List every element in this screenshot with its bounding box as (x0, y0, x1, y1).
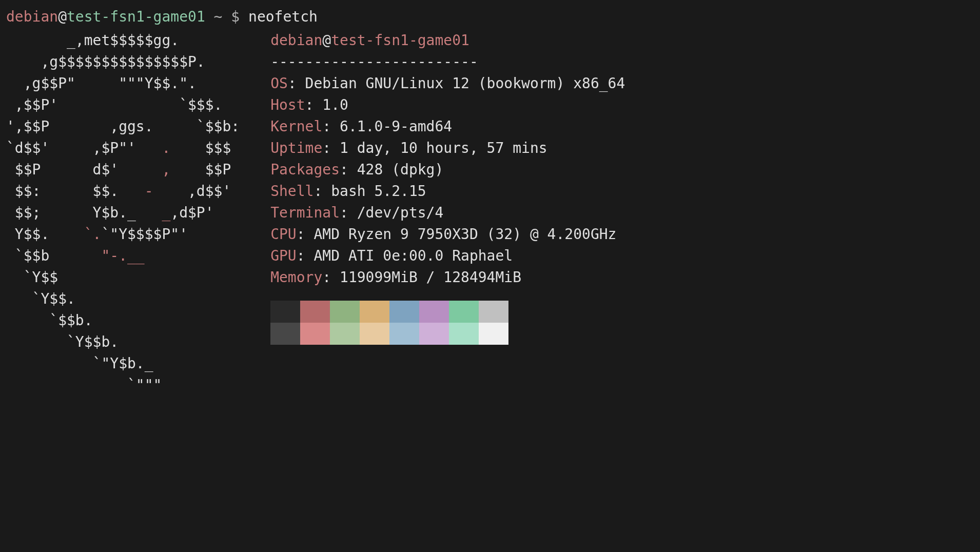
prompt-path: ~ (214, 8, 223, 25)
color-swatch (270, 323, 300, 345)
info-cpu: CPU: AMD Ryzen 9 7950X3D (32) @ 4.200GHz (270, 224, 625, 245)
shell-prompt-line[interactable]: debian@test-fsn1-game01 ~ $ neofetch (6, 6, 974, 28)
color-swatch (360, 301, 389, 323)
color-swatch (300, 323, 330, 345)
info-gpu: GPU: AMD ATI 0e:00.0 Raphael (270, 245, 625, 267)
info-header: debian@test-fsn1-game01 (270, 30, 625, 51)
info-memory: Memory: 119099MiB / 128494MiB (270, 267, 625, 288)
ascii-logo: _,met$$$$$gg. ,g$$$$$$$$$$$$$$$P. ,g$$P"… (6, 30, 240, 396)
prompt-symbol: $ (231, 8, 240, 25)
info-terminal: Terminal: /dev/pts/4 (270, 202, 625, 224)
color-swatch (419, 323, 449, 345)
prompt-command: neofetch (248, 8, 318, 25)
info-user: debian (270, 32, 322, 49)
prompt-host: test-fsn1-game01 (67, 8, 205, 25)
color-row-light (270, 323, 625, 345)
prompt-at: @ (58, 8, 67, 25)
color-swatch (270, 301, 300, 323)
color-swatch (360, 323, 389, 345)
info-shell: Shell: bash 5.2.15 (270, 181, 625, 202)
info-host-row: Host: 1.0 (270, 94, 625, 116)
color-swatch (300, 301, 330, 323)
system-info: debian@test-fsn1-game01 ----------------… (270, 30, 625, 345)
color-palette (270, 301, 625, 345)
color-swatch (449, 301, 479, 323)
color-swatch (479, 301, 508, 323)
color-swatch (389, 301, 419, 323)
color-swatch (419, 301, 449, 323)
prompt-user: debian (6, 8, 58, 25)
color-row-dark (270, 301, 625, 323)
color-swatch (389, 323, 419, 345)
color-swatch (330, 301, 360, 323)
info-kernel: Kernel: 6.1.0-9-amd64 (270, 116, 625, 137)
neofetch-output: _,met$$$$$gg. ,g$$$$$$$$$$$$$$$P. ,g$$P"… (6, 30, 974, 396)
info-packages: Packages: 428 (dpkg) (270, 159, 625, 181)
color-swatch (479, 323, 508, 345)
info-separator: ------------------------ (270, 51, 625, 73)
color-swatch (449, 323, 479, 345)
info-host: test-fsn1-game01 (331, 32, 469, 49)
info-at: @ (322, 32, 331, 49)
info-os: OS: Debian GNU/Linux 12 (bookworm) x86_6… (270, 73, 625, 94)
info-uptime: Uptime: 1 day, 10 hours, 57 mins (270, 137, 625, 159)
color-swatch (330, 323, 360, 345)
